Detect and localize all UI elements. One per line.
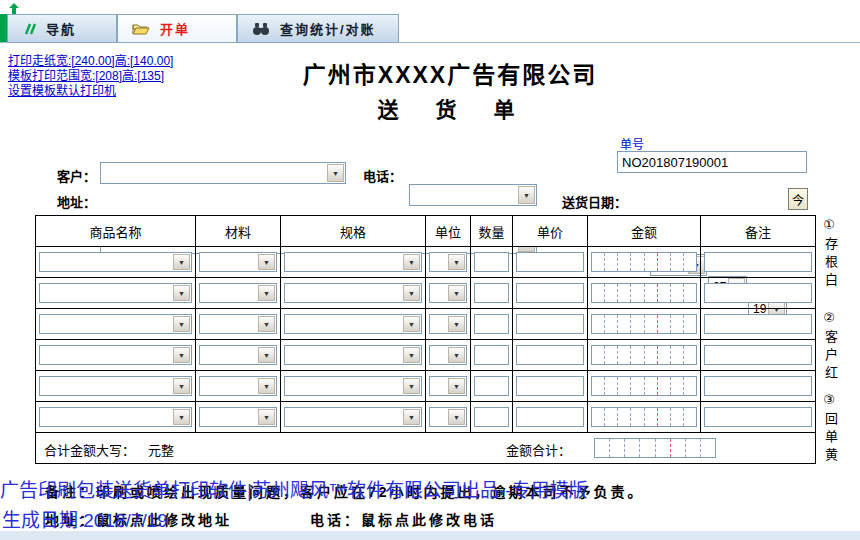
phone-combo[interactable]: ▼ [409, 184, 537, 206]
column-header-unit: 单位 [426, 216, 471, 247]
chevron-down-icon[interactable]: ▼ [258, 254, 275, 270]
tab-label: 导航 [46, 19, 76, 38]
material-combo[interactable]: ▼ [199, 376, 277, 396]
chevron-down-icon[interactable]: ▼ [448, 254, 465, 270]
chevron-down-icon[interactable]: ▼ [258, 316, 275, 332]
unit-price-input[interactable] [516, 283, 584, 303]
remark-input[interactable] [704, 407, 812, 427]
unit-price-input[interactable] [516, 345, 584, 365]
quantity-input[interactable] [474, 345, 509, 365]
quantity-input[interactable] [474, 252, 509, 272]
unit-combo[interactable]: ▼ [429, 314, 467, 334]
tab-navigation[interactable]: 导航 [7, 14, 117, 43]
chevron-down-icon[interactable]: ▼ [403, 409, 420, 425]
table-row: ▼ ▼ ▼ ▼ [36, 309, 816, 340]
material-combo[interactable]: ▼ [199, 314, 277, 334]
chevron-down-icon[interactable]: ▼ [173, 378, 190, 394]
customer-combo[interactable]: ▼ [100, 162, 346, 184]
product-name-combo[interactable]: ▼ [39, 283, 192, 303]
tab-query-statistics[interactable]: 查询统计/对账 [237, 14, 399, 43]
spec-combo[interactable]: ▼ [284, 407, 422, 427]
unit-combo[interactable]: ▼ [429, 252, 467, 272]
chevron-down-icon[interactable]: ▼ [403, 347, 420, 363]
amount-digit-grid[interactable] [591, 314, 697, 334]
unit-combo[interactable]: ▼ [429, 283, 467, 303]
quantity-input[interactable] [474, 407, 509, 427]
table-row: ▼ ▼ ▼ ▼ [36, 371, 816, 402]
amount-digit-grid[interactable] [591, 376, 697, 396]
remark-input[interactable] [704, 283, 812, 303]
chevron-down-icon[interactable]: ▼ [448, 409, 465, 425]
remark-input[interactable] [704, 314, 812, 334]
quantity-input[interactable] [474, 283, 509, 303]
copy-2-number: ② [818, 310, 840, 325]
items-table: 商品名称 材料 规格 单位 数量 单价 金额 备注 ▼ ▼ ▼ ▼ [35, 215, 816, 464]
today-button[interactable]: 今 [788, 188, 808, 210]
spec-combo[interactable]: ▼ [284, 252, 422, 272]
chevron-down-icon[interactable]: ▼ [258, 378, 275, 394]
product-name-combo[interactable]: ▼ [39, 314, 192, 334]
chevron-down-icon[interactable]: ▼ [258, 347, 275, 363]
chevron-down-icon[interactable]: ▼ [448, 285, 465, 301]
amount-sum-grid[interactable] [594, 438, 716, 458]
product-name-combo[interactable]: ▼ [39, 252, 192, 272]
chevron-down-icon[interactable]: ▼ [518, 186, 535, 204]
spec-combo[interactable]: ▼ [284, 314, 422, 334]
chevron-down-icon[interactable]: ▼ [173, 347, 190, 363]
product-name-combo[interactable]: ▼ [39, 345, 192, 365]
generated-date-watermark: 生成日期:2018/7/19 [2, 505, 168, 532]
amount-digit-grid[interactable] [591, 252, 697, 272]
quantity-input[interactable] [474, 314, 509, 334]
chevron-down-icon[interactable]: ▼ [448, 347, 465, 363]
amount-digit-grid[interactable] [591, 407, 697, 427]
chevron-down-icon[interactable]: ▼ [258, 285, 275, 301]
column-header-amount: 金额 [588, 216, 701, 247]
chevron-down-icon[interactable]: ▼ [403, 285, 420, 301]
chevron-down-icon[interactable]: ▼ [173, 285, 190, 301]
copy-3-label: 回单黄 [821, 412, 840, 466]
unit-price-input[interactable] [516, 252, 584, 272]
remark-input[interactable] [704, 345, 812, 365]
phone-edit-text[interactable]: 电话：鼠标点此修改电话 [310, 509, 497, 529]
chevron-down-icon[interactable]: ▼ [448, 378, 465, 394]
unit-combo[interactable]: ▼ [429, 407, 467, 427]
window-bottom-edge [0, 531, 860, 540]
spec-combo[interactable]: ▼ [284, 376, 422, 396]
spec-combo[interactable]: ▼ [284, 345, 422, 365]
tab-billing[interactable]: 开单 [117, 14, 237, 43]
chevron-down-icon[interactable]: ▼ [173, 409, 190, 425]
chevron-down-icon[interactable]: ▼ [403, 316, 420, 332]
chevron-down-icon[interactable]: ▼ [327, 164, 344, 182]
unit-combo[interactable]: ▼ [429, 345, 467, 365]
chevron-down-icon[interactable]: ▼ [403, 378, 420, 394]
remark-input[interactable] [704, 376, 812, 396]
unit-price-input[interactable] [516, 376, 584, 396]
chevron-down-icon[interactable]: ▼ [448, 316, 465, 332]
amount-sum-label: 金额合计： [506, 440, 571, 459]
amount-digit-grid[interactable] [591, 345, 697, 365]
customer-label: 客户： [57, 166, 96, 185]
quantity-input[interactable] [474, 376, 509, 396]
product-name-combo[interactable]: ▼ [39, 407, 192, 427]
order-no-input[interactable] [617, 151, 807, 173]
chevron-down-icon[interactable]: ▼ [173, 254, 190, 270]
default-printer-link[interactable]: 设置模板默认打印机 [8, 81, 116, 98]
header-row: 商品名称 材料 规格 单位 数量 单价 金额 备注 [36, 216, 816, 247]
column-header-spec: 规格 [281, 216, 426, 247]
material-combo[interactable]: ▼ [199, 407, 277, 427]
material-combo[interactable]: ▼ [199, 283, 277, 303]
material-combo[interactable]: ▼ [199, 252, 277, 272]
product-name-combo[interactable]: ▼ [39, 376, 192, 396]
chevron-down-icon[interactable]: ▼ [173, 316, 190, 332]
unit-combo[interactable]: ▼ [429, 376, 467, 396]
chevron-down-icon[interactable]: ▼ [403, 254, 420, 270]
total-words-label: 合计金额大写： [44, 440, 135, 459]
amount-digit-grid[interactable] [591, 283, 697, 303]
table-row: ▼ ▼ ▼ ▼ [36, 278, 816, 309]
spec-combo[interactable]: ▼ [284, 283, 422, 303]
material-combo[interactable]: ▼ [199, 345, 277, 365]
chevron-down-icon[interactable]: ▼ [258, 409, 275, 425]
unit-price-input[interactable] [516, 314, 584, 334]
remark-input[interactable] [704, 252, 812, 272]
unit-price-input[interactable] [516, 407, 584, 427]
